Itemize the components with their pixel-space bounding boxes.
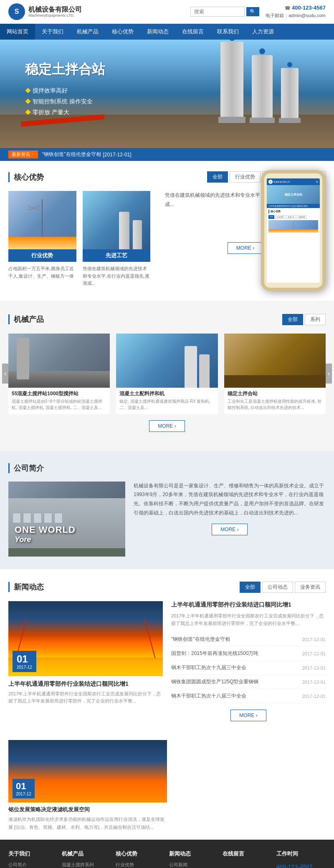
nav-item-hr[interactable]: 人力资源 [245,24,281,40]
product-name-1: 55混凝土搅拌站1000型搅拌站 [8,388,110,398]
footer-prod-link-1[interactable]: 混凝土搅拌系列 [62,862,111,868]
slider-prev-btn[interactable]: ‹ [2,364,8,384]
company-title: 公司简介 [8,463,44,473]
footer-adv-link-1[interactable]: 行业优势 [116,862,165,868]
news2-inner: 01 2017-12 铭位发展策略决定液滤机发展空间 液滤机作为机国际化经济求多… [8,740,326,831]
news-tab-business[interactable]: 业务资讯 [295,582,326,593]
news-tab-all[interactable]: 全部 [240,582,261,593]
footer-col-advantage: 核心优势 行业优势 先进工艺 技术优势 [116,850,165,868]
products-section: 机械产品 全部 系列 ‹ 55混凝土搅拌站1000型搅拌站 混凝土搅拌站是由5~… [0,301,334,451]
news-main-desc: 2017年上半年机通通用零部件行业全国斯农行工业完成发展同比折分下，态据了我总上… [8,690,163,705]
nav-item-contact[interactable]: 联系我们 [210,24,245,40]
advantage-cards: 行业优势 占地面积一万五平米,拥身员工近千人,集设计、生产、钢板方一体 先进工艺… [8,191,150,291]
product-desc-1: 混凝土搅拌站是由5~8个部分组成的砼混凝土搅拌机, 混凝土搅拌机, 混凝土搅拌机… [8,398,110,414]
news2-title[interactable]: 铭位发展策略决定液滤机发展空间 [8,806,167,813]
news-item-title-2[interactable]: 国货剑：2015年前再涨知光线1500万吨 [171,650,298,657]
footer-about-link-1[interactable]: 公司简介 [8,862,58,868]
news-header: 新闻动态 全部 公司动态 业务资讯 [8,582,326,593]
news-item-date-3: 2017-12-01 [302,665,326,670]
hero-point-1: 搅拌效率高好 [25,87,309,95]
nav-item-products[interactable]: 机械产品 [70,24,105,40]
company-section: 公司简介 ONE WORLD Yore 机械设备有限公司 [0,451,334,569]
ticker-date: [2017-12-01] [103,152,132,158]
adv-card-industry-desc: 占地面积一万五平米,拥身员工近千人,集设计、生产、钢板方一体 [8,262,76,283]
nav-item-news[interactable]: 新闻动态 [140,24,175,40]
ticker-text: "钢铁创造"在纽伦堡金守相 [42,151,101,158]
products-more-btn[interactable]: MORE [149,420,185,432]
logo: S 机械设备有限公司 MachineryEquipments LTD. [8,3,82,20]
products-grid: 55混凝土搅拌站1000型搅拌站 混凝土搅拌站是由5~8个部分组成的砼混凝土搅拌… [8,334,326,414]
news-main-title[interactable]: 上半年机通通用零部件行业装结进口额同比增1 [8,680,163,688]
news-list-item-3: 钢木干部职工热次十九届三中全会 2017-12-01 [171,661,326,675]
advantage-title: 核心优势 [8,172,44,182]
footer-col-about: 关于我们 公司简介 设备采购 [8,850,58,868]
slider-next-btn[interactable]: › [326,364,332,384]
footer-col-products-title: 机械产品 [62,850,111,858]
product-item-3: 稳定土拌合站 工业和化工是混凝土搅拌机使用性能的提升标准, 智能控制系统, 白动… [224,334,326,414]
footer-col-products: 机械产品 混凝土搅拌系列 稳定土搅拌系列 关心公路拌合系列 混凝土搅拌车系列 [62,850,111,868]
news-section: 新闻动态 全部 公司动态 业务资讯 01 2017-12 上半年机通 [0,569,334,740]
products-title: 机械产品 [8,314,44,324]
news-inner: 01 2017-12 上半年机通通用零部件行业装结进口额同比增1 2017年上半… [8,601,326,728]
advantage-card-industry: 行业优势 占地面积一万五平米,拥身员工近千人,集设计、生产、钢板方一体 [8,191,76,291]
nav-item-about[interactable]: 关于我们 [35,24,70,40]
news2-date-ym: 2017-12 [16,792,31,796]
logo-icon: S [8,3,25,20]
news-main-date-num: 01 [17,653,32,665]
nav-item-message[interactable]: 在线留言 [175,24,210,40]
company-image: ONE WORLD Yore [8,482,125,557]
product-desc-3: 工业和化工是混凝土搅拌机使用性能的提升标准, 智能控制系统, 白动送出到技术先进… [224,398,326,414]
company-description: 机械设备有限公司是是一家集设计、生产、维修和销售为一体的高新技术企业。成立于19… [134,482,326,517]
footer-col-message-title: 在线留言 [223,850,272,858]
logo-text: 机械设备有限公司 MachineryEquipments LTD. [28,5,82,18]
news-ticker: 最新资讯： "钢铁创造"在纽伦堡金守相 [2017-12-01] [0,148,334,161]
footer-col-news: 新闻动态 公司新闻 业务资讯 [169,850,218,868]
search-button[interactable]: 🔍 [246,7,259,16]
products-slider-container: ‹ 55混凝土搅拌站1000型搅拌站 混凝土搅拌站是由5~8个部分组成的砼混凝土… [8,334,326,414]
products-tab-series[interactable]: 系列 [305,314,326,325]
news-item-title-4[interactable]: 钢铁集团圆圆成型生产125Q型业重钢钢 [171,678,298,685]
products-tab-all[interactable]: 全部 [282,314,303,325]
product-item-2: 混凝土土配料拌和机 稳定, 混凝土搅拌机通道建筑预拌商品 RX 复制机, 二、混… [116,334,218,414]
phone-mockup: S 机械设备有限公司 ≡ 稳定土拌合站 上半年机通通用零部件行业进口额同比增加 … [261,170,326,291]
news-list-item-2: 国货剑：2015年前再涨知光线1500万吨 2017-12-01 [171,647,326,661]
advantage-tab-all[interactable]: 全部 [207,171,228,183]
news-more-btn[interactable]: MORE [230,710,266,721]
footer-col-work-title: 工作时间 [276,850,326,858]
nav-item-home[interactable]: 网站首页 [0,24,35,40]
company-image-text: ONE WORLD Yore [15,524,76,544]
news-item-date-1: 2017-12-01 [302,637,326,642]
news2-desc: 液滤机作为机国际化经济求多功能的机械运动作运应用行业清洗，灌及全球发展 [沿治、… [8,815,167,831]
hero-content: 稳定土拌合站 搅拌效率高好 智能控制系统 操作安全 零折放 产量大 [0,40,334,140]
adv-card-process-desc: 凭借在建筑机械领域的先进技术和专业水平,在行业内遥遥领先,逐渐成... [83,262,151,291]
footer-phone: 400-123-4567 [276,862,326,868]
email-info: 电子邮箱：admin@sudu.com [266,13,326,19]
news2-left: 01 2017-12 铭位发展策略决定液滤机发展空间 液滤机作为机国际化经济求多… [8,740,167,831]
advantage-tab-industry[interactable]: 行业优势 [230,171,261,183]
phone-number: ☎ 400-123-4567 [285,5,326,11]
hero-banner: 稳定土拌合站 搅拌效率高好 智能控制系统 操作安全 零折放 产量大 [0,40,334,148]
news-list-item-1: "钢铁创造"在纽伦堡金守相 2017-12-01 [171,632,326,647]
nav-item-advantage[interactable]: 核心优势 [105,24,140,40]
hero-point-2: 智能控制系统 操作安全 [25,98,309,105]
product-name-2: 混凝土土配料拌和机 [116,388,218,398]
news-main-date-badge: 01 2017-12 [13,651,36,672]
news-item-title-5[interactable]: 钢木干部职工热次十八届三中全会 [171,692,298,700]
search-input[interactable] [190,7,245,17]
footer-news-link-1[interactable]: 公司新闻 [169,862,218,868]
footer-col-about-title: 关于我们 [8,850,58,858]
news-item-title-1[interactable]: "钢铁创造"在纽伦堡金守相 [171,636,298,643]
contact-info: ☎ 400-123-4567 电子邮箱：admin@sudu.com [266,5,326,19]
search-bar: 🔍 [190,7,259,17]
advantage-more-btn[interactable]: MORE [228,242,263,254]
company-text-area: 机械设备有限公司是是一家集设计、生产、维修和销售为一体的高新技术企业。成立于19… [134,482,326,557]
news-item-title-3[interactable]: 钢木干部职工热次十九届三中全会 [171,664,298,671]
company-more-btn[interactable]: MORE [212,524,247,535]
adv-card-process-label: 先进工艺 [83,249,151,262]
news-title: 新闻动态 [8,582,44,592]
footer-col-news-title: 新闻动态 [169,850,218,858]
footer-col-adv-title: 核心优势 [116,850,165,858]
news-tab-company[interactable]: 公司动态 [262,582,293,593]
main-nav: 网站首页 关于我们 机械产品 核心优势 新闻动态 在线留言 联系我们 人力资源 [0,24,334,40]
news-list-main-desc: 2017年上半年机通通用零部件行业全国斯农行工业完成发展同比折分下，态据了我总上… [171,612,326,627]
